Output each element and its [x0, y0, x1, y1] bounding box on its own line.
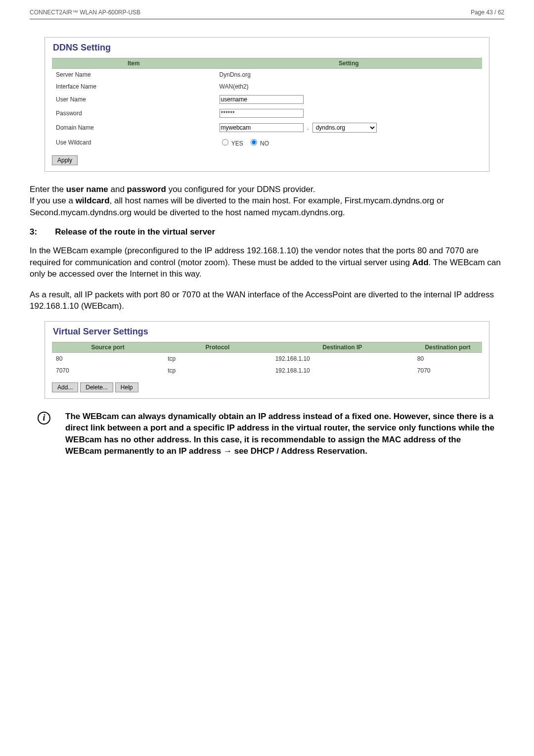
- vs-cell-dp-1: 7070: [413, 365, 482, 377]
- paragraph-2: In the WEBcam example (preconfigured to …: [30, 245, 504, 280]
- ddns-title: DDNS Setting: [53, 43, 482, 53]
- info-icon: i: [38, 412, 50, 425]
- paragraph-3: As a result, all IP packets with port 80…: [30, 289, 504, 312]
- user-name-label: User Name: [52, 93, 216, 106]
- virtual-server-title: Virtual Server Settings: [53, 327, 482, 337]
- table-row: 7070 tcp 192.168.1.10 7070: [52, 365, 482, 377]
- help-button[interactable]: Help: [115, 382, 138, 392]
- wildcard-no-radio[interactable]: [251, 139, 257, 145]
- domain-dot: .: [305, 124, 311, 131]
- wildcard-yes-label: YES: [220, 140, 243, 147]
- add-button[interactable]: Add...: [52, 382, 78, 392]
- wildcard-no-label: NO: [248, 140, 269, 147]
- server-name-label: Server Name: [52, 69, 216, 81]
- info-note: i The WEBcam can always dynamically obta…: [38, 411, 496, 457]
- paragraph-1: Enter the user name and password you con…: [30, 184, 504, 218]
- password-label: Password: [52, 106, 216, 120]
- info-note-text: The WEBcam can always dynamically obtain…: [65, 411, 496, 457]
- ddns-head-item: Item: [52, 58, 216, 69]
- interface-name-value: WAN(eth2): [216, 81, 482, 93]
- vs-cell-sp-0: 80: [52, 353, 164, 365]
- domain-name-label: Domain Name: [52, 120, 216, 135]
- header-right: Page 43 / 62: [471, 9, 504, 16]
- user-name-input[interactable]: [220, 95, 304, 104]
- heading-text: Release of the route in the virtual serv…: [55, 227, 215, 237]
- virtual-server-table: Source port Protocol Destination IP Dest…: [52, 342, 482, 377]
- ddns-panel: DDNS Setting Item Setting Server Name Dy…: [44, 37, 490, 172]
- section-heading: 3: Release of the route in the virtual s…: [30, 227, 504, 237]
- delete-button[interactable]: Delete...: [80, 382, 113, 392]
- vs-head-protocol: Protocol: [164, 342, 271, 353]
- vs-head-dest-ip: Destination IP: [271, 342, 413, 353]
- apply-button[interactable]: Apply: [52, 155, 78, 165]
- use-wildcard-label: Use Wildcard: [52, 135, 216, 149]
- vs-cell-dip-0: 192.168.1.10: [271, 353, 413, 365]
- header-left: CONNECT2AIR™ WLAN AP-600RP-USB: [30, 9, 140, 16]
- ddns-table: Item Setting Server Name DynDns.org Inte…: [52, 58, 482, 149]
- domain-name-input[interactable]: [220, 123, 304, 132]
- heading-number: 3:: [30, 227, 37, 237]
- server-name-value: DynDns.org: [216, 69, 482, 81]
- ddns-head-setting: Setting: [216, 58, 482, 69]
- virtual-server-panel: Virtual Server Settings Source port Prot…: [44, 321, 490, 399]
- domain-suffix-select[interactable]: dyndns.org: [312, 123, 377, 133]
- interface-name-label: Interface Name: [52, 81, 216, 93]
- table-row: 80 tcp 192.168.1.10 80: [52, 353, 482, 365]
- vs-cell-dip-1: 192.168.1.10: [271, 365, 413, 377]
- vs-head-source-port: Source port: [52, 342, 164, 353]
- vs-cell-prot-1: tcp: [164, 365, 271, 377]
- vs-cell-sp-1: 7070: [52, 365, 164, 377]
- vs-cell-prot-0: tcp: [164, 353, 271, 365]
- vs-cell-dp-0: 80: [413, 353, 482, 365]
- password-input[interactable]: [220, 109, 304, 118]
- vs-head-dest-port: Destination port: [413, 342, 482, 353]
- wildcard-yes-radio[interactable]: [222, 139, 228, 145]
- header-rule: [30, 19, 504, 19]
